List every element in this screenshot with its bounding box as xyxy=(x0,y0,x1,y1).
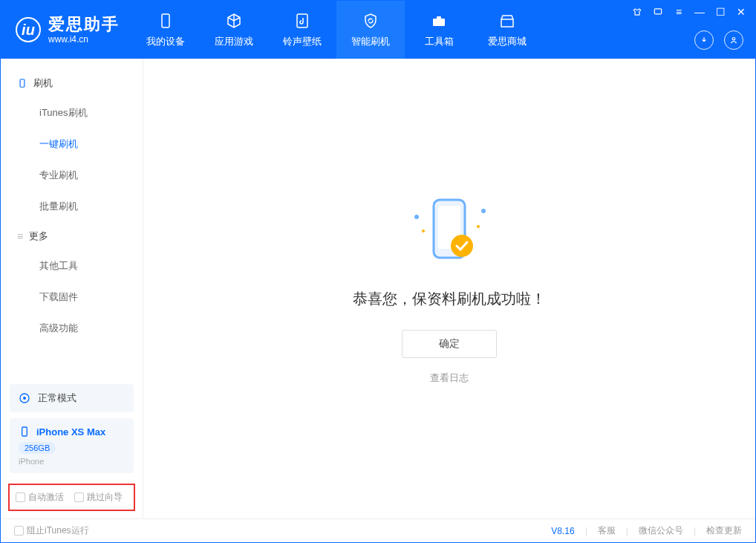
svg-rect-3 xyxy=(437,16,441,19)
sidebar-item-download-firmware[interactable]: 下载固件 xyxy=(1,282,143,313)
logo-icon: iu xyxy=(16,17,41,42)
sidebar-item-itunes-flash[interactable]: iTunes刷机 xyxy=(1,97,143,129)
view-log-link[interactable]: 查看日志 xyxy=(430,371,469,385)
shirt-icon[interactable] xyxy=(630,5,644,19)
checkbox-label: 自动激活 xyxy=(28,492,64,502)
nav-label: 我的设备 xyxy=(146,35,185,48)
sidebar-item-batch-flash[interactable]: 批量刷机 xyxy=(1,191,143,222)
svg-rect-4 xyxy=(654,9,661,14)
device-type: iPhone xyxy=(19,457,125,466)
mode-icon xyxy=(19,392,30,404)
svg-point-12 xyxy=(451,235,473,257)
success-message: 恭喜您，保资料刷机成功啦！ xyxy=(353,289,546,309)
nav-label: 智能刷机 xyxy=(351,35,390,48)
close-button[interactable]: ✕ xyxy=(734,5,748,19)
download-icon[interactable] xyxy=(694,30,714,50)
app-window: iu 爱思助手 www.i4.cn 我的设备 应用游戏 铃声壁纸 智能刷机 xyxy=(0,0,756,543)
sidebar-section-more: ≡ 更多 xyxy=(1,222,143,250)
window-controls: ≡ — ☐ ✕ xyxy=(630,5,748,19)
device-icon xyxy=(156,11,175,30)
maximize-button[interactable]: ☐ xyxy=(714,5,727,19)
app-name: 爱思助手 xyxy=(48,15,120,34)
body: 刷机 iTunes刷机 一键刷机 专业刷机 批量刷机 ≡ 更多 其他工具 下载固… xyxy=(1,59,755,518)
device-mode-box[interactable]: 正常模式 xyxy=(10,384,134,412)
app-url: www.i4.cn xyxy=(48,34,120,45)
device-name: iPhone XS Max xyxy=(36,426,105,438)
titlebar: iu 爱思助手 www.i4.cn 我的设备 应用游戏 铃声壁纸 智能刷机 xyxy=(1,1,755,59)
svg-point-5 xyxy=(732,38,735,41)
sidebar-item-pro-flash[interactable]: 专业刷机 xyxy=(1,160,143,191)
wechat-link[interactable]: 微信公众号 xyxy=(639,524,683,537)
nav-smart-flash[interactable]: 智能刷机 xyxy=(336,1,405,59)
nav-label: 应用游戏 xyxy=(215,35,253,48)
skip-guide-checkbox[interactable]: 跳过向导 xyxy=(74,491,123,504)
device-info-box[interactable]: iPhone XS Max 256GB iPhone xyxy=(10,418,134,473)
device-mode-label: 正常模式 xyxy=(38,391,76,405)
main-content: 恭喜您，保资料刷机成功啦！ 确定 查看日志 xyxy=(143,59,755,518)
device-capacity: 256GB xyxy=(19,442,56,454)
nav-apps-games[interactable]: 应用游戏 xyxy=(200,1,268,59)
svg-point-8 xyxy=(23,397,26,400)
check-update-link[interactable]: 检查更新 xyxy=(706,524,742,537)
shield-refresh-icon xyxy=(361,11,380,30)
toolbox-icon xyxy=(429,11,449,30)
section-label: 更多 xyxy=(29,230,48,243)
sidebar-item-advanced[interactable]: 高级功能 xyxy=(1,313,143,344)
nav-toolbox[interactable]: 工具箱 xyxy=(405,1,473,59)
menu-icon[interactable]: ≡ xyxy=(672,5,685,19)
logo: iu 爱思助手 www.i4.cn xyxy=(1,1,131,59)
phone-icon xyxy=(19,426,30,438)
svg-rect-6 xyxy=(20,79,25,88)
sidebar-section-flash: 刷机 xyxy=(1,69,143,97)
nav-label: 爱思商城 xyxy=(488,35,527,48)
block-itunes-checkbox[interactable]: 阻止iTunes运行 xyxy=(14,524,89,537)
sidebar-item-other-tools[interactable]: 其他工具 xyxy=(1,250,143,282)
music-file-icon xyxy=(293,11,312,30)
version-label: V8.16 xyxy=(551,526,574,536)
nav-label: 铃声壁纸 xyxy=(283,35,322,48)
feedback-icon[interactable] xyxy=(651,5,665,19)
svg-rect-2 xyxy=(433,19,445,26)
header-right-icons xyxy=(694,30,743,50)
support-link[interactable]: 客服 xyxy=(598,524,616,537)
nav-label: 工具箱 xyxy=(425,35,454,48)
sidebar-item-oneclick-flash[interactable]: 一键刷机 xyxy=(1,129,143,160)
more-icon: ≡ xyxy=(17,230,23,242)
phone-icon xyxy=(17,78,27,88)
status-right: V8.16 | 客服 | 微信公众号 | 检查更新 xyxy=(551,524,742,537)
minimize-button[interactable]: — xyxy=(693,5,706,19)
nav-my-device[interactable]: 我的设备 xyxy=(131,1,200,59)
auto-activate-checkbox[interactable]: 自动激活 xyxy=(16,491,64,504)
section-label: 刷机 xyxy=(33,77,53,90)
svg-rect-9 xyxy=(22,427,27,436)
success-illustration xyxy=(408,192,490,274)
svg-rect-1 xyxy=(297,14,307,27)
ok-button[interactable]: 确定 xyxy=(402,330,497,358)
checkbox-label: 跳过向导 xyxy=(87,492,123,502)
statusbar: 阻止iTunes运行 V8.16 | 客服 | 微信公众号 | 检查更新 xyxy=(1,518,755,542)
sidebar: 刷机 iTunes刷机 一键刷机 专业刷机 批量刷机 ≡ 更多 其他工具 下载固… xyxy=(1,59,143,518)
nav-store[interactable]: 爱思商城 xyxy=(473,1,541,59)
svg-rect-0 xyxy=(162,14,169,27)
store-icon xyxy=(498,11,517,30)
user-icon[interactable] xyxy=(724,30,743,50)
checkbox-row-highlighted: 自动激活 跳过向导 xyxy=(8,484,135,511)
cube-icon xyxy=(224,11,244,30)
checkbox-label: 阻止iTunes运行 xyxy=(27,525,89,536)
nav-ringtones[interactable]: 铃声壁纸 xyxy=(268,1,336,59)
